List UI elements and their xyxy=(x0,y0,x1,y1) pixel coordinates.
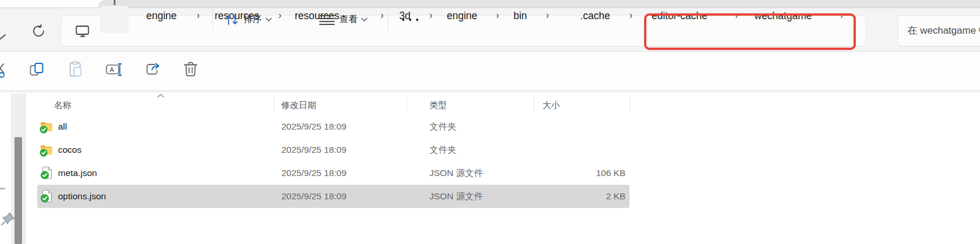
file-size xyxy=(511,138,625,162)
folder-icon xyxy=(39,143,53,157)
column-header-date[interactable]: 修改日期 xyxy=(281,96,316,114)
file-type: 文件夹 xyxy=(429,138,457,162)
sync-check-icon xyxy=(40,126,47,133)
more-options-button[interactable] xyxy=(402,0,418,39)
toolbar-divider xyxy=(388,9,388,30)
column-divider[interactable] xyxy=(274,96,274,112)
file-row-selected[interactable]: options.json 2025/9/25 18:09 JSON 源文件 2 … xyxy=(0,185,980,208)
up-arrow-icon[interactable] xyxy=(0,31,7,43)
column-header-size[interactable]: 大小 xyxy=(543,96,560,114)
file-row[interactable]: meta.json 2025/9/25 18:09 JSON 源文件 106 K… xyxy=(0,162,980,185)
file-explorer-window: › ⋯ engine › resources › resources › 3d … xyxy=(0,0,980,244)
paste-icon[interactable] xyxy=(67,60,84,78)
sort-button-label: 排序 xyxy=(244,13,262,26)
search-placeholder: 在 wechatgame 中搜索 xyxy=(907,16,980,46)
file-date: 2025/9/25 18:09 xyxy=(281,115,346,138)
view-list-icon xyxy=(319,13,335,26)
file-type: JSON 源文件 xyxy=(429,162,483,185)
file-row[interactable]: cocos 2025/9/25 18:09 文件夹 xyxy=(0,138,980,162)
view-button-label: 查看 xyxy=(339,13,357,26)
sort-arrows-icon xyxy=(225,13,239,26)
file-row[interactable]: all 2025/9/25 18:09 文件夹 xyxy=(0,115,980,138)
dot xyxy=(402,19,404,21)
sync-check-icon xyxy=(40,149,47,156)
rename-icon[interactable]: A xyxy=(106,62,123,77)
breadcrumb-item[interactable]: engine xyxy=(146,0,177,31)
svg-text:A: A xyxy=(110,66,114,73)
breadcrumb-chevron[interactable]: › xyxy=(496,0,499,35)
copy-icon[interactable] xyxy=(29,62,45,77)
red-annotation-box xyxy=(644,13,856,50)
pin-icon xyxy=(1,211,16,226)
refresh-icon[interactable] xyxy=(32,24,45,38)
breadcrumb-chevron[interactable]: › xyxy=(279,0,281,35)
breadcrumb-chevron[interactable]: › xyxy=(546,0,549,35)
share-icon[interactable] xyxy=(145,61,161,77)
cut-icon[interactable] xyxy=(0,62,7,78)
file-name: options.json xyxy=(58,185,106,208)
delete-icon[interactable] xyxy=(183,61,198,77)
file-size xyxy=(511,115,625,138)
view-button[interactable]: 查看 xyxy=(319,0,368,39)
column-divider[interactable] xyxy=(406,96,407,112)
file-name: meta.json xyxy=(58,162,97,185)
breadcrumb-chevron[interactable]: › xyxy=(429,0,432,35)
file-name: cocos xyxy=(58,138,82,162)
column-header-name[interactable]: 名称 xyxy=(54,96,71,114)
column-divider[interactable] xyxy=(630,96,630,112)
breadcrumb-chevron[interactable]: › xyxy=(381,0,384,35)
chevron-down-icon xyxy=(265,17,272,22)
json-file-icon xyxy=(39,166,53,180)
column-divider[interactable] xyxy=(534,96,534,112)
breadcrumb-item[interactable]: .cache xyxy=(580,0,610,31)
sync-check-icon xyxy=(41,195,49,202)
file-size: 106 KB xyxy=(511,162,625,185)
sync-check-icon xyxy=(41,171,49,179)
file-size: 2 KB xyxy=(511,185,625,208)
chevron-down-icon xyxy=(361,17,368,22)
column-header-type[interactable]: 类型 xyxy=(429,96,447,114)
file-date: 2025/9/25 18:09 xyxy=(281,162,346,185)
breadcrumb-item[interactable]: engine xyxy=(447,0,478,31)
dot xyxy=(409,19,411,21)
rename-button-hover-bg xyxy=(100,6,129,33)
sort-ascending-caret-icon xyxy=(157,94,165,98)
file-date: 2025/9/25 18:09 xyxy=(281,138,346,162)
divider xyxy=(0,91,980,91)
this-pc-icon[interactable] xyxy=(75,25,90,38)
dot xyxy=(416,19,418,21)
file-type: JSON 源文件 xyxy=(429,185,483,208)
divider xyxy=(0,92,980,93)
sort-button[interactable]: 排序 xyxy=(225,0,272,39)
file-date: 2025/9/25 18:09 xyxy=(281,185,346,208)
breadcrumb-chevron[interactable]: › xyxy=(197,0,200,35)
file-name: all xyxy=(58,115,67,138)
breadcrumb-item[interactable]: bin xyxy=(513,0,527,31)
file-type: 文件夹 xyxy=(429,115,457,138)
json-file-icon xyxy=(39,189,53,203)
tab-icon-fragment xyxy=(114,0,115,5)
toolbar-divider xyxy=(212,9,213,30)
breadcrumb-chevron[interactable]: › xyxy=(630,0,632,35)
search-input[interactable]: 在 wechatgame 中搜索 xyxy=(898,15,980,46)
folder-icon xyxy=(39,120,53,134)
